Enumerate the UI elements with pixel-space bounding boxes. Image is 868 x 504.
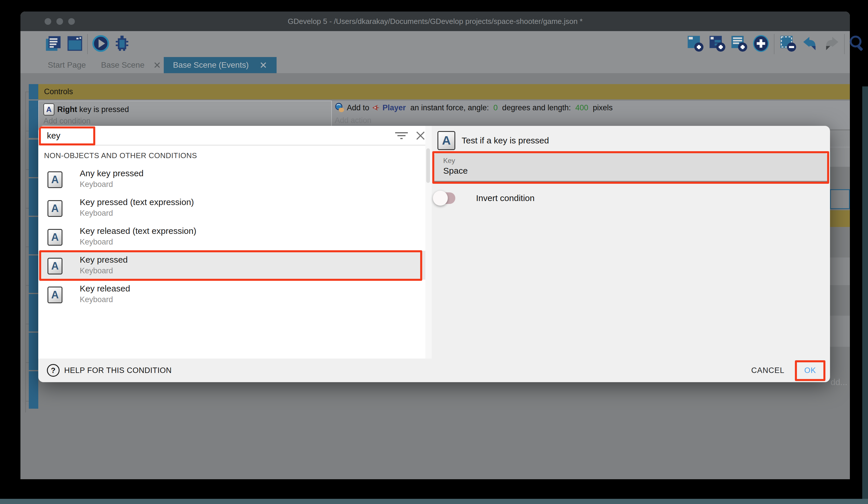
key-field-value: Space [443,166,468,176]
event-selection-bar [29,178,38,216]
list-item-title: Key pressed (text expression) [80,197,194,207]
list-item[interactable]: A Key pressed (text expression) Keyboard [38,193,425,222]
main-toolbar [20,31,850,57]
conditions-cell[interactable]: A Right key is pressed Add condition [38,101,332,129]
key-field-label: Key [443,157,455,165]
condition-list-pane: NON-OBJECTS AND OTHER CONDITIONS A Any k… [38,126,425,359]
invert-condition-toggle[interactable] [434,192,455,204]
action-text[interactable]: Add to Player an instant force, angle: 0… [335,103,613,113]
invert-condition-label: Invert condition [476,192,535,204]
help-icon: ? [47,364,60,377]
search-input[interactable] [47,129,122,143]
play-preview-icon[interactable] [92,34,110,52]
event-selection-bar [29,333,38,370]
event-selection-bar [29,217,38,254]
list-item-subtitle: Keyboard [80,295,113,304]
tab-label: Base Scene (Events) [173,60,249,70]
event-selection-bar [29,101,38,138]
keyboard-condition-icon: A [48,200,62,217]
delete-event-icon[interactable] [779,34,797,52]
wallpaper-bottom-edge [0,499,868,504]
window-title: GDevelop 5 - /Users/dkarakay/Documents/G… [20,11,850,31]
keyboard-condition-icon: A [43,103,54,115]
window-titlebar: GDevelop 5 - /Users/dkarakay/Documents/G… [20,11,850,31]
tab-label: Base Scene [101,60,144,70]
condition-title: Test if a key is pressed [462,135,549,145]
tab-label: Start Page [48,60,86,70]
list-item[interactable]: A Key released (text expression) Keyboar… [38,222,425,251]
event-row-fragment [830,316,850,347]
event-selection-bar [29,140,38,177]
ok-button[interactable]: OK [796,363,824,377]
list-item-title: Key released (text expression) [80,226,196,236]
list-item[interactable]: A Any key pressed Keyboard [38,164,425,193]
toolbar-separator [87,34,88,54]
event-tree-line [25,92,26,412]
toggle-thumb [433,191,448,205]
add-event-icon[interactable] [686,34,704,52]
event-selection-bar [29,371,38,409]
force-action-icon [335,103,344,113]
cancel-button[interactable]: CANCEL [743,363,792,377]
open-scene-icon[interactable] [66,34,84,52]
search-icon[interactable] [848,34,866,52]
filter-icon[interactable] [395,130,409,141]
project-manager-icon[interactable] [44,34,62,52]
tab-base-scene[interactable]: Base Scene [94,57,168,73]
editor-tabbar: Start Page Base Scene Base Scene (Events… [20,57,850,73]
keyboard-condition-icon: A [48,229,62,246]
keyboard-condition-icon: A [48,258,62,274]
list-item[interactable]: A Key released Keyboard [38,280,425,309]
list-item-title: Key released [80,284,130,293]
player-object-icon [372,103,380,112]
event-row-fragment [830,258,850,285]
add-circle-icon[interactable] [752,34,770,52]
undo-icon[interactable] [801,34,819,52]
help-button[interactable]: ? HELP FOR THIS CONDITION [47,363,172,377]
desktop: GDevelop 5 - /Users/dkarakay/Documents/G… [0,0,868,504]
choose-condition-dialog: NON-OBJECTS AND OTHER CONDITIONS A Any k… [38,126,830,382]
help-label: HELP FOR THIS CONDITION [64,366,172,375]
event-row-fragment [830,148,850,167]
tab-start-page[interactable]: Start Page [41,57,93,73]
keyboard-condition-icon: A [437,131,455,150]
list-section-header: NON-OBJECTS AND OTHER CONDITIONS [44,151,197,160]
list-item-subtitle: Keyboard [80,209,113,218]
highlighted-event-fragment [830,189,850,209]
list-item-subtitle: Keyboard [80,238,113,246]
search-underline [38,145,425,145]
comment-event[interactable]: Controls [38,84,850,99]
list-item-title: Key pressed [80,255,128,265]
add-condition-link[interactable]: Add condition [43,117,91,125]
event-selection-bar [29,84,38,99]
new-event-fragment [830,210,850,227]
list-item-subtitle: Keyboard [80,266,113,275]
comment-text: Controls [44,87,73,96]
condition-text: Right key is pressed [57,105,129,114]
event-selection-bar [29,255,38,293]
list-item-selected[interactable]: A Key pressed Keyboard [38,251,425,280]
event-row: A Right key is pressed Add condition Add… [38,101,850,129]
keyboard-condition-icon: A [48,286,62,303]
truncated-add-text: dd... [830,377,847,387]
toolbar-separator [844,34,845,54]
toolbar-separator [774,34,774,54]
list-item-subtitle: Keyboard [80,180,113,189]
key-parameter-field[interactable]: Key Space [434,153,827,182]
event-selection-bar [29,294,38,332]
scrollbar-thumb[interactable] [426,148,430,183]
close-tab-icon[interactable] [259,61,267,69]
debug-icon[interactable] [113,34,131,52]
add-subevent-icon[interactable] [708,34,726,52]
wallpaper-edge [862,87,868,504]
keyboard-condition-icon: A [48,171,62,188]
close-icon[interactable] [415,130,426,141]
close-tab-icon[interactable] [153,61,161,69]
add-comment-icon[interactable] [730,34,748,52]
list-item-title: Any key pressed [80,169,144,178]
add-action-link[interactable]: Add action [335,116,372,125]
event-row-fragment [830,130,850,147]
redo-icon[interactable] [823,34,841,52]
tab-base-scene-events[interactable]: Base Scene (Events) [164,57,277,73]
condition-detail-header: A Test if a key is pressed [437,131,549,150]
